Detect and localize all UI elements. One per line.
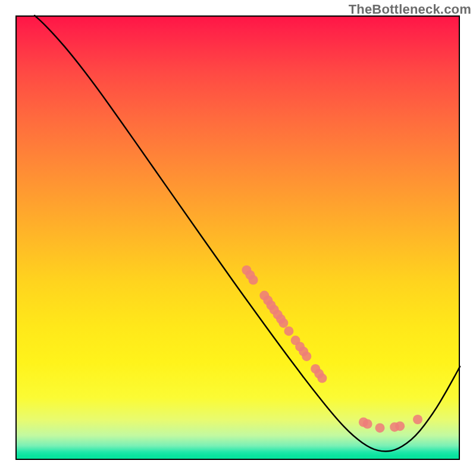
data-point (363, 419, 372, 429)
data-point (375, 423, 385, 433)
chart-svg (15, 15, 460, 460)
data-point (302, 352, 311, 361)
data-point (413, 415, 422, 424)
data-point (395, 421, 405, 431)
data-point (249, 275, 258, 285)
data-point (278, 318, 288, 328)
chart-stage: TheBottleneck.com (0, 0, 476, 476)
plot-area (15, 15, 460, 460)
bottleneck-curve (35, 15, 460, 451)
data-points-group (242, 265, 422, 433)
data-point (317, 374, 327, 383)
data-point (284, 326, 293, 336)
